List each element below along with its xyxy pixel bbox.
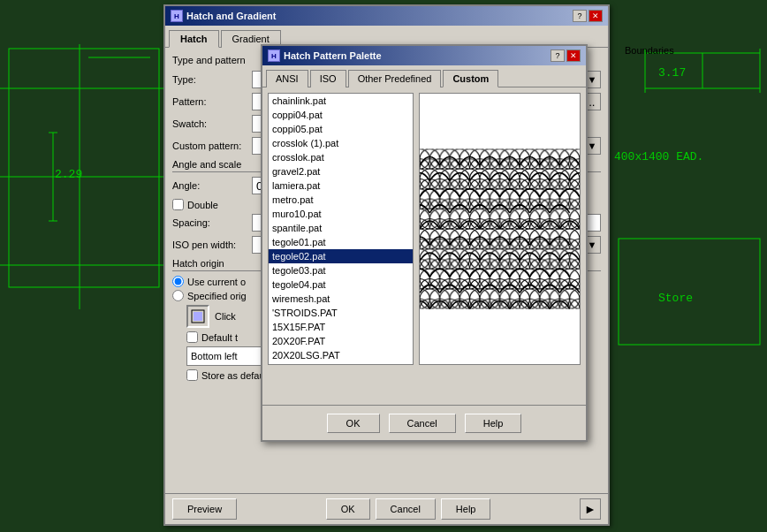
use-current-radio[interactable] <box>172 276 184 287</box>
hatch-dialog-bottom-bar: Preview OK Cancel Help ► <box>165 493 608 524</box>
palette-close-button[interactable]: ✕ <box>566 49 581 62</box>
default-label: Default t <box>201 332 238 343</box>
palette-dialog-title: Hatch Pattern Palette <box>284 50 382 61</box>
pattern-label: Pattern: <box>172 96 252 107</box>
palette-dialog-icon: H <box>268 49 280 62</box>
pattern-list-item[interactable]: muro10.pat <box>269 207 413 221</box>
swatch-label: Swatch: <box>172 118 252 129</box>
palette-tab-custom[interactable]: Custom <box>443 70 498 87</box>
next-arrow-button[interactable]: ► <box>580 498 601 520</box>
type-label: Type: <box>172 74 252 85</box>
pattern-list-item[interactable]: wiremesh.pat <box>269 292 413 306</box>
cad-dim-229: 2.29 <box>55 168 82 181</box>
palette-tabs: ANSI ISO Other Predefined Custom <box>262 65 586 87</box>
palette-dialog-titlebar-buttons: ? ✕ <box>551 49 581 62</box>
pattern-list-item[interactable]: metro.pat <box>269 193 413 207</box>
pattern-list-item[interactable]: 20X20LSG.PAT <box>269 348 413 362</box>
main-ok-button[interactable]: OK <box>326 498 370 520</box>
specified-origin-label: Specified orig <box>187 291 247 301</box>
pattern-list-item[interactable]: gravel2.pat <box>269 164 413 179</box>
pattern-list-item[interactable]: spantile.pat <box>269 221 413 235</box>
hatch-dialog-titlebar-buttons: ? ✕ <box>573 10 603 22</box>
click-icon[interactable] <box>186 305 209 328</box>
spacing-label: Spacing: <box>172 217 252 228</box>
svg-rect-16 <box>194 312 202 321</box>
pattern-preview-svg <box>420 94 580 364</box>
palette-content: chainlink.patcoppi04.patcoppi05.patcross… <box>262 87 586 370</box>
pattern-list-item[interactable]: 25-25F.PAT <box>269 362 413 365</box>
palette-dialog-titlebar: H Hatch Pattern Palette ? ✕ <box>262 46 586 65</box>
specified-origin-radio[interactable] <box>172 290 184 301</box>
pattern-list-item[interactable]: 20X20F.PAT <box>269 334 413 348</box>
main-cancel-button[interactable]: Cancel <box>376 498 436 520</box>
pattern-list-item[interactable]: coppi05.pat <box>269 122 413 136</box>
palette-tab-other[interactable]: Other Predefined <box>348 70 442 87</box>
hatch-dialog-close-button[interactable]: ✕ <box>589 10 603 22</box>
palette-tab-ansi[interactable]: ANSI <box>266 70 308 87</box>
palette-bottom-bar: OK Cancel Help <box>262 405 586 440</box>
palette-title-left: H Hatch Pattern Palette <box>268 49 382 62</box>
pattern-list-item[interactable]: tegole03.pat <box>269 263 413 277</box>
pattern-list-item[interactable]: tegole04.pat <box>269 277 413 292</box>
default-checkbox[interactable] <box>186 331 198 343</box>
ok-cancel-help-group: OK Cancel Help <box>326 498 491 520</box>
cad-store-text: Store <box>658 292 693 305</box>
palette-cancel-button[interactable]: Cancel <box>389 414 456 433</box>
palette-tab-iso[interactable]: ISO <box>310 70 346 87</box>
pattern-list-item[interactable]: tegole02.pat <box>269 249 413 263</box>
hatch-dialog-title-left: H Hatch and Gradient <box>171 10 276 22</box>
pattern-list-item[interactable]: crosslok (1).pat <box>269 136 413 150</box>
custom-pattern-label: Custom pattern: <box>172 141 252 151</box>
click-label: Click <box>215 311 236 322</box>
pattern-list-item[interactable]: crosslok.pat <box>269 150 413 164</box>
pattern-list-item[interactable]: lamiera.pat <box>269 179 413 193</box>
pattern-list-item[interactable]: 'STROIDS.PAT <box>269 306 413 320</box>
double-label: Double <box>187 200 218 210</box>
main-help-button[interactable]: Help <box>441 498 491 520</box>
palette-ok-button[interactable]: OK <box>327 414 380 433</box>
pattern-list-item[interactable]: coppi04.pat <box>269 108 413 122</box>
hatch-dialog-title: Hatch and Gradient <box>186 11 276 21</box>
hatch-dialog-help-button[interactable]: ? <box>573 10 587 22</box>
boundaries-label: Boundaries <box>625 45 674 56</box>
cad-dim-317: 3.17 <box>658 66 686 80</box>
hatch-dialog-icon: H <box>171 10 183 22</box>
pattern-list-item[interactable]: 15X15F.PAT <box>269 320 413 334</box>
angle-label: Angle: <box>172 180 252 191</box>
pattern-list[interactable]: chainlink.patcoppi04.patcoppi05.patcross… <box>268 93 414 365</box>
iso-pen-label: ISO pen width: <box>172 239 252 250</box>
palette-help-btn[interactable]: Help <box>465 414 522 433</box>
store-checkbox[interactable] <box>186 369 198 381</box>
pattern-list-item[interactable]: chainlink.pat <box>269 94 413 108</box>
svg-rect-4 <box>9 49 159 287</box>
palette-dialog: H Hatch Pattern Palette ? ✕ ANSI ISO Oth… <box>261 44 588 442</box>
palette-help-button[interactable]: ? <box>551 49 565 62</box>
pattern-list-item[interactable]: tegole01.pat <box>269 235 413 249</box>
hatch-tab[interactable]: Hatch <box>169 30 219 48</box>
use-current-label: Use current o <box>187 277 246 287</box>
double-checkbox[interactable] <box>172 199 184 210</box>
pattern-preview <box>419 93 581 365</box>
hatch-dialog-titlebar: H Hatch and Gradient ? ✕ <box>165 6 608 26</box>
cad-dim-400x1400: 400x1400 EAD. <box>614 150 703 163</box>
preview-button[interactable]: Preview <box>172 498 237 520</box>
